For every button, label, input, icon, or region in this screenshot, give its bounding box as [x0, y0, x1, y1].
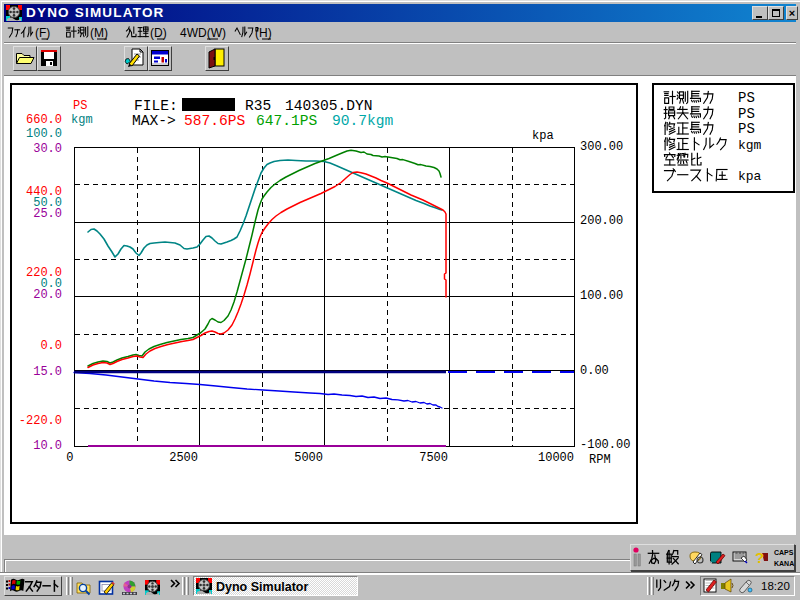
svg-text:CAPS: CAPS [774, 549, 794, 556]
svg-text:0.0: 0.0 [40, 339, 62, 353]
svg-text:PS: PS [738, 90, 755, 106]
svg-text:PS: PS [738, 106, 755, 122]
svg-text:Dyno Simulator: Dyno Simulator [216, 580, 309, 594]
svg-text:PS: PS [738, 121, 755, 137]
svg-text:140305.DYN: 140305.DYN [285, 98, 373, 114]
svg-text:10000: 10000 [538, 451, 574, 465]
svg-text:0.00: 0.00 [580, 364, 609, 378]
svg-text:(M): (M) [90, 26, 108, 40]
svg-text:kpa: kpa [532, 129, 554, 143]
svg-text:(F): (F) [35, 26, 50, 40]
svg-text:300.00: 300.00 [580, 140, 623, 154]
svg-text:kgm: kgm [71, 113, 93, 127]
svg-text:0: 0 [66, 451, 73, 465]
svg-text:20.0: 20.0 [33, 288, 62, 302]
svg-text:5000: 5000 [294, 451, 323, 465]
svg-text:(D): (D) [150, 26, 167, 40]
svg-text:R35: R35 [245, 98, 271, 114]
svg-text:KANA: KANA [774, 560, 794, 567]
svg-text:660.0: 660.0 [26, 113, 62, 127]
svg-text:7500: 7500 [419, 451, 448, 465]
svg-text:18:20: 18:20 [761, 580, 790, 592]
svg-text:PS: PS [73, 99, 87, 113]
svg-text:2500: 2500 [169, 451, 198, 465]
svg-text:647.1PS: 647.1PS [256, 113, 318, 129]
svg-text:RPM: RPM [589, 453, 611, 467]
svg-text:90.7kgm: 90.7kgm [332, 113, 394, 129]
svg-text:15.0: 15.0 [33, 365, 62, 379]
svg-text:25.0: 25.0 [33, 207, 62, 221]
svg-text:-220.0: -220.0 [19, 414, 62, 428]
svg-text:kpa: kpa [738, 169, 762, 184]
svg-text:100.00: 100.00 [580, 289, 623, 303]
svg-text:(H): (H) [255, 26, 272, 40]
svg-text:FILE:: FILE: [134, 98, 178, 114]
svg-text:587.6PS: 587.6PS [184, 113, 246, 129]
svg-text:4WD(W): 4WD(W) [180, 26, 226, 40]
svg-text:MAX->: MAX-> [132, 113, 176, 129]
svg-text:100.0: 100.0 [26, 127, 62, 141]
svg-text:200.00: 200.00 [580, 214, 623, 228]
svg-text:10.0: 10.0 [33, 439, 62, 453]
svg-text:30.0: 30.0 [33, 142, 62, 156]
svg-text:kgm: kgm [738, 138, 762, 153]
svg-text:?: ? [755, 549, 764, 566]
svg-text:-100.00: -100.00 [580, 438, 630, 452]
